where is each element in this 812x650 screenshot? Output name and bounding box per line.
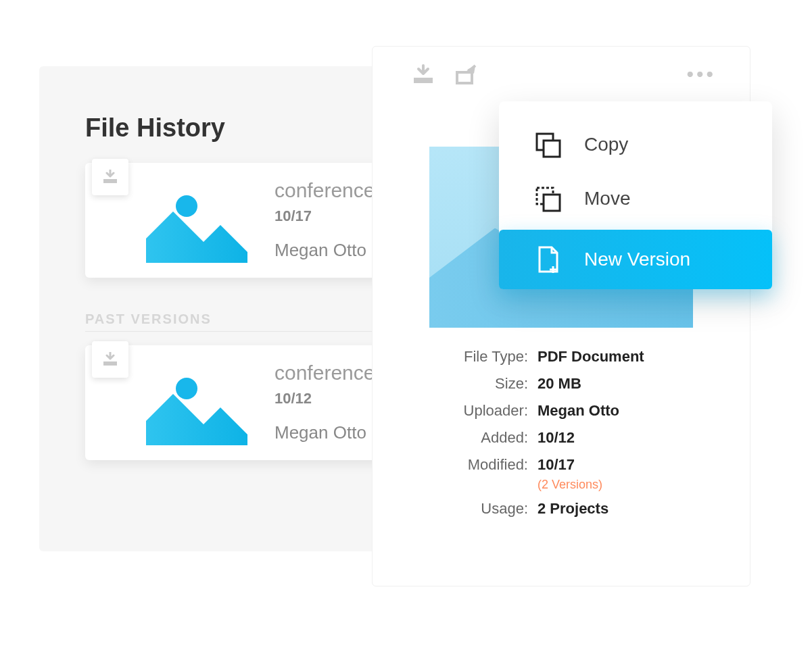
menu-item-new-version[interactable]: New Version (499, 230, 772, 289)
menu-item-copy[interactable]: Copy (499, 118, 772, 172)
meta-label: Uploader: (400, 402, 528, 420)
meta-row-modified: Modified: 10/17 (400, 456, 723, 474)
versions-link[interactable]: (2 Versions) (538, 478, 723, 492)
meta-label: File Type: (400, 348, 528, 366)
version-thumbnail (146, 178, 247, 263)
svg-rect-6 (414, 78, 433, 83)
meta-row-uploader: Uploader: Megan Otto (400, 402, 723, 420)
svg-rect-3 (103, 361, 117, 366)
menu-item-label: New Version (584, 249, 690, 270)
meta-label: Size: (400, 375, 528, 393)
share-icon[interactable] (455, 64, 478, 84)
svg-point-2 (176, 195, 197, 217)
more-options-icon[interactable]: ••• (686, 63, 723, 86)
meta-value-modified: 10/17 (538, 456, 575, 474)
context-menu: Copy Move New Version (499, 101, 772, 289)
meta-value-added: 10/12 (538, 429, 575, 447)
meta-value-size: 20 MB (538, 375, 581, 393)
meta-row-size: Size: 20 MB (400, 375, 723, 393)
download-icon (102, 352, 118, 367)
file-metadata: File Type: PDF Document Size: 20 MB Uplo… (400, 348, 723, 518)
meta-label: Usage: (400, 500, 528, 518)
meta-row-added: Added: 10/12 (400, 429, 723, 447)
svg-rect-11 (544, 195, 560, 211)
download-icon (102, 170, 118, 184)
meta-label: Modified: (400, 456, 528, 474)
meta-value-filetype: PDF Document (538, 348, 644, 366)
move-icon (533, 184, 563, 214)
meta-label: Added: (400, 429, 528, 447)
download-version-button[interactable] (92, 341, 128, 378)
meta-value-usage: 2 Projects (538, 500, 608, 518)
meta-row-usage: Usage: 2 Projects (400, 500, 723, 518)
svg-rect-9 (544, 141, 560, 157)
meta-value-uploader: Megan Otto (538, 402, 619, 420)
copy-icon (533, 130, 563, 159)
menu-item-move[interactable]: Move (499, 172, 772, 226)
svg-point-5 (176, 378, 197, 399)
menu-item-label: Copy (584, 134, 628, 155)
download-icon[interactable] (412, 64, 435, 84)
svg-rect-0 (103, 179, 117, 183)
version-thumbnail (146, 360, 247, 445)
download-version-button[interactable] (92, 159, 128, 195)
svg-rect-7 (457, 72, 472, 83)
menu-item-label: Move (584, 188, 630, 209)
details-toolbar: ••• (373, 47, 750, 86)
meta-row-filetype: File Type: PDF Document (400, 348, 723, 366)
new-version-icon (533, 245, 563, 274)
